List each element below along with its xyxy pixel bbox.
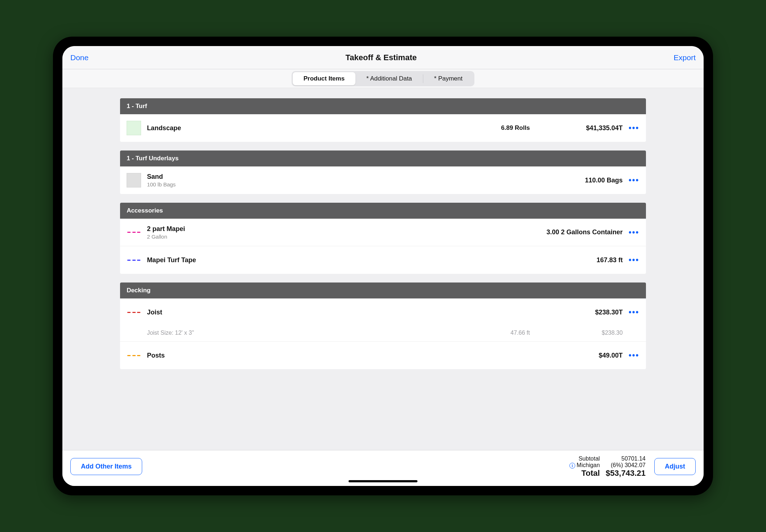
- dashes-icon: [127, 253, 141, 267]
- row-mapei-2part[interactable]: 2 part Mapei 2 Gallon 3.00 2 Gallons Con…: [120, 219, 646, 246]
- row-title: Posts: [147, 352, 459, 359]
- row-subtitle: 100 lb Bags: [147, 181, 459, 187]
- row-price: 3.00 2 Gallons Container: [536, 228, 623, 236]
- info-icon[interactable]: i: [569, 463, 575, 469]
- tax-value: (6%) 3042.07: [606, 462, 646, 469]
- dashes-icon: [127, 348, 141, 363]
- row-joist-detail: Joist Size: 12' x 3" 47.66 ft $238.30: [120, 326, 646, 342]
- row-subtitle: 2 Gallon: [147, 234, 459, 240]
- tab-product-items[interactable]: Product Items: [293, 72, 355, 85]
- row-quantity: 6.89 Rolls: [465, 124, 530, 132]
- total-label: Total: [569, 469, 600, 478]
- segmented-control: Product Items * Additional Data * Paymen…: [292, 71, 475, 86]
- row-landscape[interactable]: Landscape 6.89 Rolls $41,335.04T •••: [120, 114, 646, 142]
- more-icon[interactable]: •••: [629, 351, 639, 360]
- subtotal-value: 50701.14: [606, 455, 646, 462]
- row-title: Landscape: [147, 124, 459, 132]
- subtotal-label: Subtotal: [569, 455, 600, 462]
- row-mapei-tape[interactable]: Mapei Turf Tape 167.83 ft •••: [120, 246, 646, 274]
- section-accessories: Accessories 2 part Mapei 2 Gallon 3.00 2…: [120, 203, 646, 274]
- dashes-icon: [127, 305, 141, 319]
- navbar: Done Takeoff & Estimate Export: [62, 46, 704, 69]
- footer-right: Subtotal 50701.14 iMichigan (6%) 3042.07…: [569, 455, 696, 478]
- row-title: Mapei Turf Tape: [147, 256, 459, 264]
- totals-block: Subtotal 50701.14 iMichigan (6%) 3042.07…: [569, 455, 646, 478]
- section-decking: Decking Joist $238.30T ••• Joist Size: 1…: [120, 283, 646, 369]
- tab-payment[interactable]: * Payment: [423, 72, 473, 85]
- done-button[interactable]: Done: [70, 53, 88, 62]
- section-header: 1 - Turf: [120, 98, 646, 114]
- swatch-icon: [127, 121, 141, 135]
- section-turf-underlays: 1 - Turf Underlays Sand 100 lb Bags 110.…: [120, 150, 646, 194]
- detail-price: $238.30: [536, 330, 623, 336]
- swatch-icon: [127, 173, 141, 187]
- row-title: Sand: [147, 173, 459, 181]
- adjust-button[interactable]: Adjust: [654, 458, 696, 475]
- tab-additional-data[interactable]: * Additional Data: [355, 72, 423, 85]
- row-price: $238.30T: [536, 309, 623, 316]
- total-value: $53,743.21: [606, 469, 646, 478]
- more-icon[interactable]: •••: [629, 228, 639, 237]
- segmented-bar: Product Items * Additional Data * Paymen…: [62, 69, 704, 88]
- more-icon[interactable]: •••: [629, 176, 639, 185]
- row-posts[interactable]: Posts $49.00T •••: [120, 342, 646, 369]
- section-header: Decking: [120, 283, 646, 298]
- more-icon[interactable]: •••: [629, 255, 639, 265]
- export-button[interactable]: Export: [674, 53, 696, 62]
- row-title: Joist: [147, 309, 459, 316]
- tax-label: iMichigan: [569, 462, 600, 469]
- section-header: 1 - Turf Underlays: [120, 150, 646, 166]
- add-other-items-button[interactable]: Add Other Items: [70, 458, 142, 475]
- row-price: 110.00 Bags: [536, 177, 623, 184]
- row-price: 167.83 ft: [536, 256, 623, 264]
- home-indicator: [349, 480, 417, 482]
- content-scroll[interactable]: 1 - Turf Landscape 6.89 Rolls $41,335.04…: [62, 88, 704, 450]
- section-turf: 1 - Turf Landscape 6.89 Rolls $41,335.04…: [120, 98, 646, 142]
- detail-label: Joist Size: 12' x 3": [147, 330, 459, 336]
- row-price: $41,335.04T: [536, 124, 623, 132]
- more-icon[interactable]: •••: [629, 123, 639, 133]
- row-price: $49.00T: [536, 352, 623, 359]
- dashes-icon: [127, 225, 141, 240]
- row-title: 2 part Mapei: [147, 225, 459, 233]
- detail-qty: 47.66 ft: [465, 330, 530, 336]
- row-sand[interactable]: Sand 100 lb Bags 110.00 Bags •••: [120, 166, 646, 194]
- more-icon[interactable]: •••: [629, 308, 639, 317]
- section-header: Accessories: [120, 203, 646, 219]
- device-frame: Done Takeoff & Estimate Export Product I…: [53, 37, 713, 495]
- row-joist[interactable]: Joist $238.30T •••: [120, 298, 646, 326]
- screen: Done Takeoff & Estimate Export Product I…: [62, 46, 704, 486]
- page-title: Takeoff & Estimate: [346, 53, 417, 62]
